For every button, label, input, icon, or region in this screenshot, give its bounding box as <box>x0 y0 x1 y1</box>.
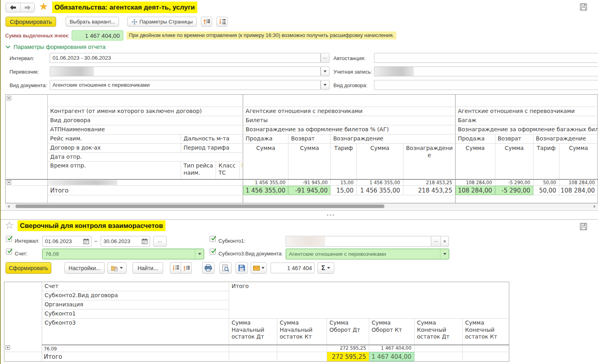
station-input[interactable] <box>374 53 598 63</box>
interval-checkbox[interactable] <box>6 236 12 242</box>
doc-type-dropdown-button[interactable] <box>321 80 329 90</box>
generate-button-label: Сформировать <box>10 18 52 25</box>
data-cell[interactable]: 1 467 404,00 <box>369 345 415 352</box>
data-cell[interactable] <box>463 345 509 352</box>
data-cell[interactable] <box>415 345 463 352</box>
sub1-clear-button[interactable]: × <box>440 236 449 247</box>
page-params-button[interactable]: Параметры Страницы <box>127 17 197 27</box>
data-cell[interactable]: -5 290,00 <box>495 179 533 186</box>
interval-input[interactable]: 01.06.2023 - 30.06.2023 <box>50 53 321 63</box>
calendar-icon[interactable] <box>83 238 89 244</box>
generate-button-top[interactable]: Сформировать <box>6 17 56 27</box>
data-cell[interactable]: -91 945,00 <box>288 179 331 186</box>
data-cell[interactable] <box>277 345 327 352</box>
contract-type-input[interactable] <box>374 80 598 90</box>
header-reys: Рейс наим. <box>48 134 181 144</box>
col-header-g2-tariff: Тариф <box>533 144 559 179</box>
autosum-field[interactable]: 1 467 404 <box>271 263 315 273</box>
expand-plus-icon[interactable] <box>7 96 11 100</box>
expand-plus-icon[interactable] <box>6 345 10 350</box>
scroll-left-arrow[interactable] <box>8 205 10 208</box>
table-row <box>6 95 598 107</box>
favorite-star-outline-icon[interactable]: ☆ <box>5 220 14 230</box>
interval-more-button[interactable]: ... <box>153 236 167 247</box>
total-cell-yellow[interactable]: 272 595,25 <box>327 352 369 361</box>
total-cell-highlighted[interactable]: -5 290,00 <box>495 186 533 195</box>
sort-ascending-button[interactable] <box>181 262 192 274</box>
data-cell[interactable]: 15,00 <box>331 179 356 186</box>
account-combo[interactable]: 76.09 <box>42 249 204 259</box>
total-cell-green[interactable]: 1 467 404,00 <box>369 352 415 361</box>
selected-cells-sum-field[interactable]: 1 467 404,00 <box>72 30 123 41</box>
settings-button[interactable]: Настройки... <box>64 262 105 274</box>
sort-descending-button[interactable] <box>170 262 181 274</box>
save-appearance-icon[interactable] <box>580 223 587 232</box>
total-cell[interactable] <box>229 352 277 361</box>
station-label: Автостанция: <box>333 55 365 61</box>
doc-type-input[interactable]: Агентские отношения с перевозчиками <box>50 80 321 90</box>
sub3-combo[interactable]: Агентские отношения с перевозчиками <box>286 249 449 259</box>
back-button[interactable] <box>6 3 20 12</box>
sub3-checkbox[interactable] <box>210 249 216 255</box>
account-combo-dropdown[interactable] <box>195 249 204 259</box>
doc-type-label: Вид документа: <box>10 82 47 88</box>
send-mail-button[interactable] <box>251 262 267 274</box>
floppy-disk-icon <box>580 3 587 11</box>
total-cell[interactable]: 15,00 <box>331 186 356 195</box>
forward-button[interactable] <box>20 3 35 12</box>
bottom-total-label[interactable]: Итого <box>42 352 229 361</box>
data-cell[interactable] <box>229 345 277 352</box>
col-header-g1-sum: Сумма <box>356 144 403 179</box>
saved-settings-button[interactable] <box>107 262 127 274</box>
bottom-table-viewport: Счет Итого Субконто2.Вид договора Органи… <box>4 282 510 362</box>
header-g2-reward: Вознаграждение <box>533 134 598 144</box>
expand-plus-icon[interactable] <box>7 180 11 185</box>
total-cell[interactable]: 50,00 <box>533 186 559 195</box>
total-cell-highlighted[interactable]: 1 456 355,00 <box>243 186 288 195</box>
data-cell[interactable]: 272 595,25 <box>327 345 369 352</box>
save-button[interactable] <box>236 262 248 274</box>
total-cell[interactable]: 218 453,25 <box>403 186 455 195</box>
date-to-input[interactable]: 30.06.2023 <box>101 236 150 247</box>
choose-variant-button[interactable]: Выбрать вариант... <box>66 17 119 27</box>
scrollbar-thumb[interactable] <box>16 204 384 208</box>
data-cell[interactable]: 108 284,00 <box>455 179 495 186</box>
carrier-dropdown-button[interactable] <box>321 66 329 76</box>
calendar-icon[interactable] <box>142 238 148 244</box>
total-cell[interactable]: 108 284,00 <box>559 186 598 195</box>
sub1-checkbox[interactable] <box>210 236 216 242</box>
data-cell[interactable]: 108 284,00 <box>559 179 598 186</box>
total-cell[interactable] <box>415 352 463 361</box>
collapse-groups-button[interactable] <box>201 17 212 27</box>
sub1-label: Субконто1: <box>218 238 245 244</box>
data-cell[interactable]: 50,00 <box>533 179 559 186</box>
data-cell[interactable]: 218 453,25 <box>403 179 455 186</box>
interval-ellipsis-button[interactable]: ... <box>321 53 329 63</box>
data-row-label[interactable]: 76.09 <box>42 345 229 352</box>
account-checkbox[interactable] <box>6 249 12 255</box>
params-section-toggle[interactable]: Параметры формирования отчета <box>6 44 105 50</box>
total-cell[interactable] <box>277 352 327 361</box>
sub3-combo-dropdown[interactable] <box>440 249 449 259</box>
panel-splitter[interactable] <box>327 214 334 216</box>
find-button[interactable]: Найти... <box>132 262 163 274</box>
total-cell[interactable]: 1 456 355,00 <box>356 186 403 195</box>
top-table-hscrollbar[interactable] <box>5 203 598 209</box>
data-cell[interactable]: 1 456 355,00 <box>356 179 403 186</box>
scroll-right-arrow[interactable] <box>594 205 596 208</box>
preview-button[interactable] <box>219 262 232 274</box>
data-row-entity[interactable] <box>48 179 243 186</box>
sub1-ellipsis-button[interactable]: ... <box>431 236 441 247</box>
save-appearance-icon[interactable] <box>580 3 587 12</box>
total-row-label[interactable]: Итого <box>48 186 243 195</box>
total-cell-highlighted[interactable]: 108 284,00 <box>455 186 495 195</box>
total-cell-highlighted[interactable]: -91 945,00 <box>288 186 331 195</box>
expand-groups-button[interactable] <box>216 17 228 27</box>
date-from-input[interactable]: 01.06.2023 <box>42 236 92 247</box>
data-cell[interactable]: 1 456 355,00 <box>243 179 288 186</box>
favorite-star-icon[interactable]: ★ <box>39 1 48 12</box>
total-cell[interactable] <box>463 352 509 361</box>
generate-button-bottom[interactable]: Сформировать <box>6 262 51 274</box>
print-button[interactable] <box>202 262 214 274</box>
sigma-button[interactable]: Σ <box>318 262 334 274</box>
